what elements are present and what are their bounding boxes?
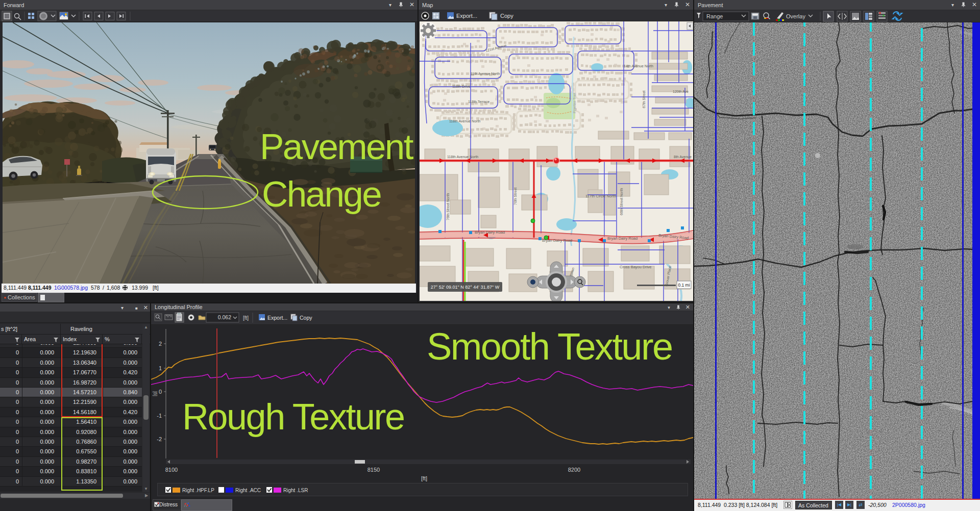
- svg-text:0.1 mi: 0.1 mi: [678, 283, 690, 288]
- svg-text:Bryan Dairy Road: Bryan Dairy Road: [607, 236, 638, 241]
- svg-text:8100: 8100: [165, 467, 178, 473]
- svg-text:118th Drive: 118th Drive: [452, 85, 470, 88]
- svg-text:11th Avenue North: 11th Avenue North: [471, 72, 500, 75]
- svg-text:27° 52' 09.01" N 82° 44' 31.87: 27° 52' 09.01" N 82° 44' 31.87" W: [431, 285, 500, 290]
- svg-text:8150: 8150: [368, 467, 380, 473]
- svg-text:Right .HPF.LP: Right .HPF.LP: [182, 488, 214, 493]
- svg-text:Smooth Texture: Smooth Texture: [427, 325, 672, 368]
- svg-text:0.062: 0.062: [218, 314, 231, 320]
- svg-text:-2: -2: [157, 436, 162, 442]
- svg-text:Range: Range: [706, 13, 723, 19]
- svg-text:Pavement: Pavement: [260, 126, 414, 167]
- svg-text:70th Street: 70th Street: [513, 188, 517, 205]
- svg-text:8th Avenue: 8th Avenue: [674, 155, 692, 159]
- svg-text:Bryan Dairy Road: Bryan Dairy Road: [542, 238, 572, 243]
- svg-text:Copy: Copy: [500, 13, 513, 19]
- svg-text:Rough Texture: Rough Texture: [182, 396, 404, 437]
- svg-text:8200: 8200: [568, 467, 580, 473]
- svg-text:[ft]: [ft]: [421, 475, 427, 481]
- svg-text:Right .ACC: Right .ACC: [235, 488, 261, 493]
- svg-text:76th Street North: 76th Street North: [446, 193, 450, 220]
- svg-text:Export...: Export...: [267, 315, 287, 321]
- svg-text:66th Street North: 66th Street North: [620, 188, 623, 215]
- svg-text:118th Avenue North: 118th Avenue North: [449, 119, 480, 123]
- svg-text:Bryan Dairy Road: Bryan Dairy Road: [475, 230, 505, 235]
- svg-text:118th Avenue North: 118th Avenue North: [447, 155, 478, 159]
- svg-text:Change: Change: [262, 174, 381, 214]
- svg-text:117th Circle North: 117th Circle North: [585, 194, 616, 198]
- svg-text:Pinellas Trail: Pinellas Trail: [573, 93, 576, 113]
- svg-text:[ft]: [ft]: [243, 315, 249, 321]
- svg-text:Export...: Export...: [456, 13, 477, 19]
- svg-text:0: 0: [159, 389, 162, 395]
- svg-text:-1: -1: [157, 413, 162, 419]
- svg-text:Cross Bayou Drive: Cross Bayou Drive: [620, 265, 652, 269]
- svg-text:2: 2: [159, 341, 162, 347]
- svg-text:120th Ave: 120th Ave: [673, 90, 689, 93]
- svg-text:Overlay: Overlay: [786, 13, 805, 19]
- svg-text:118th Terrace: 118th Terrace: [468, 100, 489, 104]
- svg-text:67th Street: 67th Street: [642, 91, 646, 108]
- svg-text:1: 1: [159, 365, 162, 371]
- svg-text:Copy: Copy: [300, 315, 312, 321]
- svg-text:Right .LSR: Right .LSR: [283, 488, 308, 493]
- svg-text:[g]: [g]: [152, 391, 157, 396]
- svg-text:14th Avenue North: 14th Avenue North: [624, 64, 653, 68]
